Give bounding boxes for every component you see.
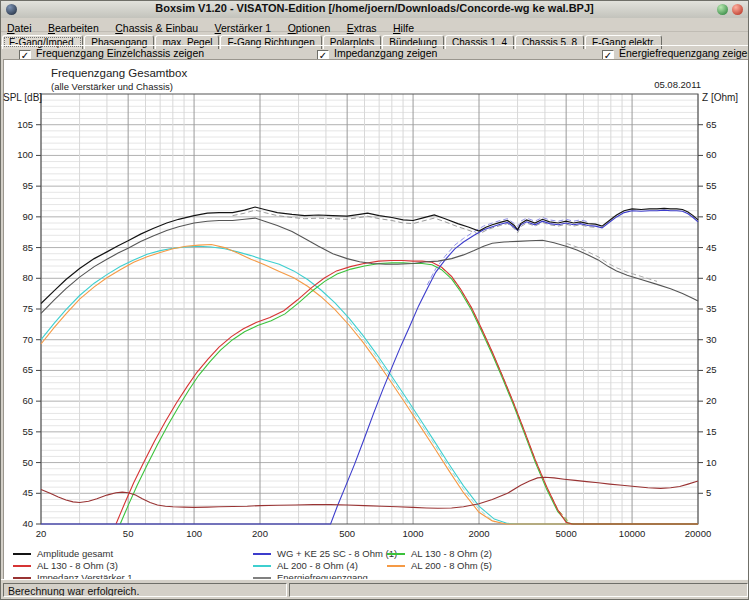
svg-text:10: 10 — [706, 457, 717, 468]
svg-text:60: 60 — [706, 149, 717, 160]
application-window: Boxsim V1.20 - VISATON-Edition [/home/jo… — [0, 0, 749, 600]
legend-label: AL 130 - 8 Ohm (3) — [37, 560, 118, 571]
svg-text:1000: 1000 — [403, 528, 424, 539]
svg-text:40: 40 — [22, 518, 33, 529]
svg-text:50: 50 — [22, 457, 33, 468]
legend-label: AL 200 - 8 Ohm (5) — [411, 560, 492, 571]
status-panel-empty — [289, 583, 748, 597]
legend-label: AL 130 - 8 Ohm (2) — [411, 548, 492, 559]
svg-text:5000: 5000 — [556, 528, 577, 539]
status-bar: Berechnung war erfolgreich. — [1, 579, 748, 600]
legend-item: AL 130 - 8 Ohm (3) — [13, 560, 118, 571]
svg-text:10000: 10000 — [619, 528, 645, 539]
svg-text:60: 60 — [22, 395, 33, 406]
legend-item: AL 200 - 8 Ohm (4) — [253, 560, 358, 571]
svg-text:100: 100 — [186, 528, 202, 539]
svg-text:40: 40 — [706, 272, 717, 283]
legend-label: AL 200 - 8 Ohm (4) — [277, 560, 358, 571]
svg-text:15: 15 — [706, 426, 717, 437]
svg-text:200: 200 — [252, 528, 268, 539]
svg-text:35: 35 — [706, 303, 717, 314]
svg-text:100: 100 — [17, 149, 33, 160]
y-axis-left-label: SPL [dB] — [3, 92, 39, 103]
legend-line-swatch — [253, 565, 271, 567]
svg-text:5: 5 — [706, 487, 711, 498]
svg-text:55: 55 — [22, 426, 33, 437]
legend-line-swatch — [387, 553, 405, 555]
svg-text:45: 45 — [22, 487, 33, 498]
legend-line-swatch — [253, 553, 271, 555]
svg-text:2000: 2000 — [468, 528, 489, 539]
svg-text:80: 80 — [22, 272, 33, 283]
legend-item: AL 200 - 8 Ohm (5) — [387, 560, 492, 571]
svg-text:95: 95 — [22, 180, 33, 191]
chart-subtitle: (alle Verstärker und Chassis) — [51, 81, 173, 92]
svg-text:105: 105 — [17, 119, 33, 130]
legend-line-swatch — [387, 565, 405, 567]
status-message: Berechnung war erfolgreich. — [3, 583, 287, 597]
y-axis-right-label: Z [Ohm] — [702, 92, 738, 103]
svg-text:75: 75 — [22, 303, 33, 314]
svg-text:25: 25 — [706, 364, 717, 375]
legend-line-swatch — [13, 565, 31, 567]
svg-text:20: 20 — [706, 395, 717, 406]
svg-text:65: 65 — [22, 364, 33, 375]
legend-label: Amplitude gesamt — [37, 548, 113, 559]
legend-line-swatch — [13, 553, 31, 555]
svg-text:90: 90 — [22, 211, 33, 222]
svg-text:20000: 20000 — [685, 528, 711, 539]
svg-text:50: 50 — [706, 211, 717, 222]
legend-label: WG + KE 25 SC - 8 Ohm (1) — [277, 548, 397, 559]
svg-text:85: 85 — [22, 242, 33, 253]
svg-text:50: 50 — [123, 528, 134, 539]
svg-text:30: 30 — [706, 334, 717, 345]
chart-date: 05.08.2011 — [601, 79, 701, 90]
svg-text:70: 70 — [22, 334, 33, 345]
svg-text:65: 65 — [706, 119, 717, 130]
legend-item: AL 130 - 8 Ohm (2) — [387, 548, 492, 559]
legend-item: Amplitude gesamt — [13, 548, 113, 559]
legend-item: WG + KE 25 SC - 8 Ohm (1) — [253, 548, 397, 559]
svg-text:45: 45 — [706, 242, 717, 253]
svg-text:55: 55 — [706, 180, 717, 191]
chart-title: Frequenzgang Gesamtbox — [51, 67, 187, 79]
svg-text:20: 20 — [36, 528, 47, 539]
svg-text:500: 500 — [339, 528, 355, 539]
